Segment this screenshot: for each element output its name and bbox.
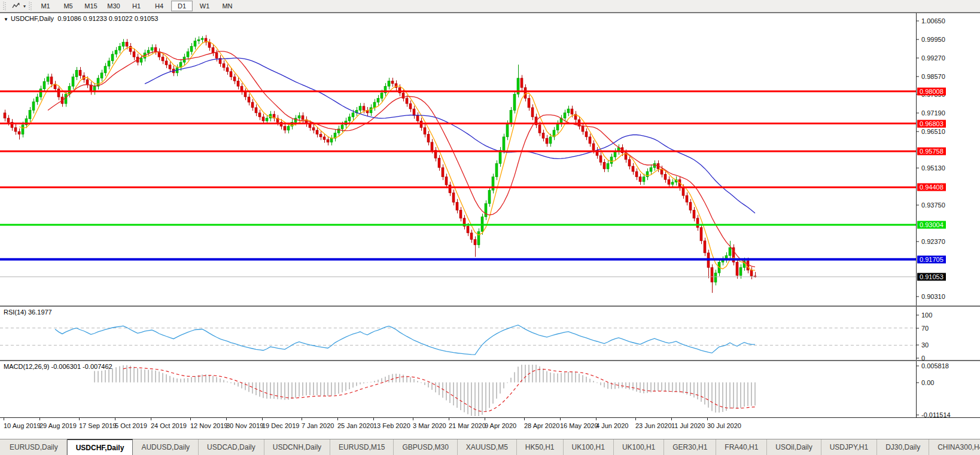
- rsi-tick-mark: [917, 315, 919, 316]
- main-chart-row: ▼USDCHF,Daily 0.91086 0.91233 0.91022 0.…: [0, 13, 980, 307]
- symbol-tab-bar: EURUSD,DailyUSDCHF,DailyAUDUSD,DailyUSDC…: [0, 439, 980, 455]
- time-tick-label: 28 Apr 2020: [524, 422, 559, 429]
- rsi-plot[interactable]: RSI(14) 36.1977: [0, 307, 916, 360]
- time-tick-mark: [39, 418, 40, 420]
- symbol-tab-usoil-daily[interactable]: USOil,Daily: [767, 439, 821, 455]
- macd-values: -0.006301 -0.007462: [51, 363, 112, 370]
- price-tick-mark: [917, 113, 919, 114]
- time-tick-label: 9 Apr 2020: [485, 422, 516, 429]
- timeframe-button-MN[interactable]: MN: [217, 1, 238, 11]
- symbol-tab-ger30-h1[interactable]: GER30,H1: [664, 439, 716, 455]
- rsi-tick-label: 100: [921, 312, 932, 319]
- time-tick-label: 19 Dec 2019: [262, 422, 299, 429]
- time-tick-label: 13 Feb 2020: [373, 422, 410, 429]
- time-tick-label: 23 Jun 2020: [635, 422, 672, 429]
- macd-panel-row: MACD(12,26,9) -0.006301 -0.007462 0.0058…: [0, 361, 980, 418]
- rsi-tick-mark: [917, 358, 919, 359]
- chart-symbol-label: USDCHF,Daily: [11, 15, 54, 22]
- rsi-tick-mark: [917, 328, 919, 329]
- macd-tick-mark: [917, 383, 919, 383]
- symbol-tab-usdcad-daily[interactable]: USDCAD,Daily: [199, 439, 264, 455]
- symbol-tab-xauusd-m5[interactable]: XAUUSD,M5: [458, 439, 517, 455]
- symbol-tab-usdjpy-h1[interactable]: USDJPY,H1: [821, 439, 877, 455]
- price-tick-mark: [917, 132, 919, 132]
- time-tick-mark: [79, 418, 80, 420]
- price-tick-label: 1.00650: [921, 17, 945, 25]
- symbol-tab-eurusd-daily[interactable]: EURUSD,Daily: [1, 439, 67, 455]
- price-tick-mark: [917, 168, 919, 169]
- macd-tick-mark: [917, 415, 919, 416]
- candlestick-canvas[interactable]: [0, 13, 916, 306]
- chart-title: ▼USDCHF,Daily 0.91086 0.91233 0.91022 0.…: [4, 15, 158, 22]
- price-tick-label: 0.95130: [921, 164, 945, 172]
- time-tick-label: 5 Oct 2019: [115, 422, 147, 429]
- time-tick-label: 12 Nov 2019: [190, 422, 227, 429]
- macd-tick-mark: [917, 366, 919, 367]
- timeframe-toolbar: ▾ M1M5M15M30H1H4D1W1MN: [0, 0, 980, 13]
- price-axis: 1.006500.999500.992700.985700.978900.971…: [916, 13, 979, 306]
- time-tick-mark: [226, 418, 227, 420]
- price-tick-mark: [917, 297, 919, 297]
- timeframe-button-H1[interactable]: H1: [126, 1, 147, 11]
- toolbar-group-divider: [29, 2, 32, 10]
- symbol-tab-usdchf-daily[interactable]: USDCHF,Daily: [67, 439, 133, 455]
- macd-canvas[interactable]: [0, 361, 916, 417]
- price-level-badge: 0.96803: [917, 120, 946, 128]
- timeframe-button-M5[interactable]: M5: [57, 1, 79, 11]
- time-tick-label: 3 Mar 2020: [413, 422, 446, 429]
- price-tick-label: 0.93750: [921, 201, 945, 209]
- price-tick-label: 0.92370: [921, 238, 945, 245]
- macd-title: MACD(12,26,9) -0.006301 -0.007462: [4, 363, 112, 370]
- time-tick-mark: [302, 418, 302, 420]
- time-tick-mark: [151, 418, 151, 420]
- time-tick-mark: [190, 418, 191, 420]
- symbol-tab-eurusd-m15[interactable]: EURUSD,M15: [330, 439, 394, 455]
- price-level-badge: 0.95758: [917, 148, 946, 155]
- time-tick-label: 30 Jul 2020: [707, 422, 741, 429]
- rsi-label: RSI(14): [4, 309, 26, 316]
- symbol-tab-uk100-h1[interactable]: UK100,H1: [564, 439, 614, 455]
- time-tick-mark: [262, 418, 263, 420]
- macd-tick-label: 0.005818: [921, 362, 949, 370]
- toolbar-drag-handle[interactable]: [3, 2, 6, 10]
- rsi-canvas[interactable]: [0, 307, 916, 360]
- time-tick-label: 25 Jan 2020: [337, 422, 374, 429]
- symbol-tab-fra40-h1[interactable]: FRA40,H1: [716, 439, 767, 455]
- time-tick-mark: [413, 418, 413, 420]
- timeframe-button-M1[interactable]: M1: [35, 1, 56, 11]
- timeframe-button-M15[interactable]: M15: [80, 1, 102, 11]
- rsi-value: 36.1977: [28, 309, 52, 316]
- time-tick-label: 21 Mar 2020: [449, 422, 486, 429]
- price-tick-label: 0.98570: [921, 73, 945, 80]
- timeframe-button-M30[interactable]: M30: [103, 1, 124, 11]
- symbol-tab-gbpusd-m30[interactable]: GBPUSD,M30: [394, 439, 457, 455]
- tool-dropdown-caret[interactable]: ▾: [23, 4, 26, 9]
- timeframe-button-D1[interactable]: D1: [171, 1, 193, 11]
- symbol-tab-dj30-daily[interactable]: DJ30,Daily: [877, 439, 929, 455]
- symbol-tab-usdcnh-daily[interactable]: USDCNH,Daily: [264, 439, 330, 455]
- price-tick-label: 0.99950: [921, 36, 945, 43]
- time-tick-mark: [485, 418, 485, 420]
- cursor-tool-icon[interactable]: [9, 1, 23, 11]
- current-price-badge: 0.91053: [917, 273, 946, 281]
- main-chart-plot[interactable]: ▼USDCHF,Daily 0.91086 0.91233 0.91022 0.…: [0, 13, 916, 306]
- price-tick-mark: [917, 242, 919, 242]
- time-tick-label: 30 Nov 2019: [226, 422, 263, 429]
- price-tick-mark: [917, 58, 919, 59]
- macd-axis: 0.0058180.00-0.011514: [916, 361, 979, 417]
- symbol-tab-china300-h4[interactable]: CHINA300,H4: [929, 439, 980, 455]
- symbol-tab-hk50-h1[interactable]: HK50,H1: [517, 439, 564, 455]
- price-tick-label: 0.99270: [921, 54, 945, 62]
- time-tick-mark: [524, 418, 525, 420]
- collapse-arrow-icon[interactable]: ▼: [4, 17, 8, 22]
- macd-plot[interactable]: MACD(12,26,9) -0.006301 -0.007462: [0, 361, 916, 417]
- symbol-tab-audusd-daily[interactable]: AUDUSD,Daily: [133, 439, 199, 455]
- price-level-badge: 0.91705: [917, 256, 946, 264]
- timeframe-button-W1[interactable]: W1: [194, 1, 215, 11]
- time-tick-label: 24 Oct 2019: [151, 422, 187, 429]
- symbol-tab-uk100-h1[interactable]: UK100,H1: [614, 439, 664, 455]
- time-tick-label: 11 Jul 2020: [671, 422, 705, 429]
- timeframe-button-H4[interactable]: H4: [148, 1, 170, 11]
- price-tick-mark: [917, 21, 919, 22]
- price-tick-label: 0.90310: [921, 293, 945, 300]
